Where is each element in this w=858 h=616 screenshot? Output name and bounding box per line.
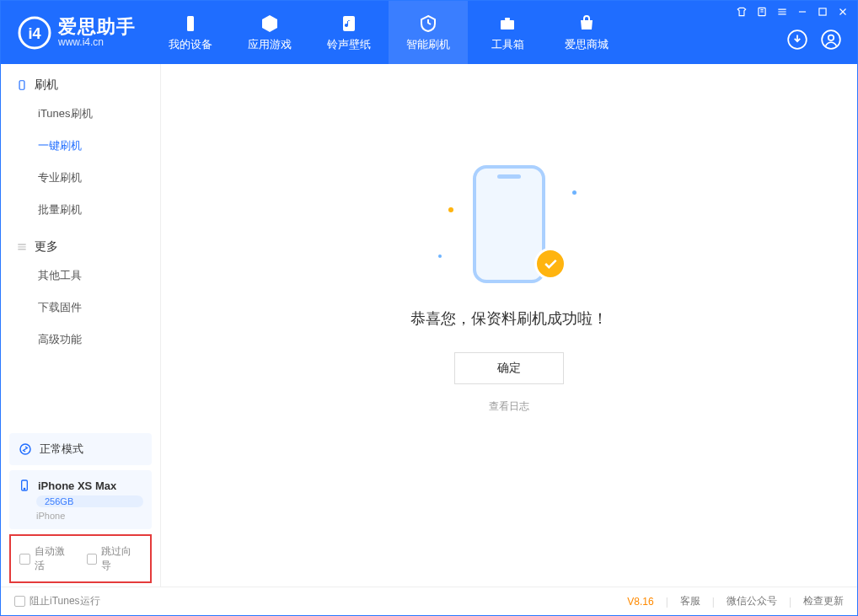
tab-my-device[interactable]: 我的设备 bbox=[151, 1, 230, 64]
success-illustration bbox=[433, 165, 585, 292]
app-url: www.i4.cn bbox=[58, 37, 136, 48]
link-support[interactable]: 客服 bbox=[680, 594, 700, 608]
logo-icon: i4 bbox=[18, 16, 51, 50]
checkbox-label: 自动激活 bbox=[35, 544, 75, 573]
tab-apps-games[interactable]: 应用游戏 bbox=[230, 1, 309, 64]
svg-rect-6 bbox=[501, 20, 514, 29]
tab-label: 我的设备 bbox=[169, 37, 212, 52]
header-right bbox=[786, 29, 842, 51]
sidebar-item-advanced[interactable]: 高级功能 bbox=[1, 324, 160, 356]
tab-ringtones[interactable]: 铃声壁纸 bbox=[309, 1, 389, 64]
block-itunes-checkbox[interactable]: 阻止iTunes运行 bbox=[14, 594, 100, 608]
svg-point-14 bbox=[24, 488, 24, 489]
sidebar-item-onekey-flash[interactable]: 一键刷机 bbox=[1, 130, 160, 162]
logo: i4 爱思助手 www.i4.cn bbox=[1, 1, 151, 64]
svg-rect-4 bbox=[187, 16, 194, 31]
shirt-icon[interactable] bbox=[736, 6, 748, 18]
download-icon[interactable] bbox=[786, 29, 808, 51]
sidebar: 刷机 iTunes刷机 一键刷机 专业刷机 批量刷机 更多 其他工具 下载固件 … bbox=[1, 64, 161, 587]
check-badge-icon bbox=[534, 248, 566, 280]
menu-icon[interactable] bbox=[776, 6, 788, 18]
sparkle-icon bbox=[572, 190, 576, 195]
checkbox-label: 跳过向导 bbox=[101, 544, 142, 573]
sidebar-item-download-firmware[interactable]: 下载固件 bbox=[1, 292, 160, 324]
link-wechat[interactable]: 微信公众号 bbox=[727, 594, 777, 608]
tab-label: 智能刷机 bbox=[406, 37, 450, 52]
mode-card[interactable]: 正常模式 bbox=[9, 433, 152, 465]
sparkle-icon bbox=[438, 254, 442, 258]
view-log-link[interactable]: 查看日志 bbox=[489, 399, 529, 414]
section-title-text: 更多 bbox=[35, 239, 58, 254]
tab-store[interactable]: 爱思商城 bbox=[547, 1, 626, 64]
tab-toolbox[interactable]: 工具箱 bbox=[468, 1, 547, 64]
svg-rect-7 bbox=[505, 18, 510, 20]
device-phone-icon bbox=[18, 479, 31, 492]
svg-point-10 bbox=[829, 35, 834, 41]
device-name: iPhone XS Max bbox=[38, 479, 116, 492]
link-update[interactable]: 检查更新 bbox=[803, 594, 844, 608]
main-content: 恭喜您，保资料刷机成功啦！ 确定 查看日志 bbox=[161, 64, 857, 587]
checkbox-row-highlighted: 自动激活 跳过向导 bbox=[9, 534, 152, 583]
nav-tabs: 我的设备 应用游戏 铃声壁纸 智能刷机 工具箱 爱思商城 bbox=[151, 1, 626, 64]
tab-label: 工具箱 bbox=[491, 37, 524, 52]
list-icon bbox=[16, 241, 28, 253]
minimize-icon[interactable] bbox=[796, 6, 808, 18]
status-left: 阻止iTunes运行 bbox=[14, 594, 100, 608]
tab-label: 爱思商城 bbox=[565, 37, 609, 52]
svg-rect-11 bbox=[19, 81, 24, 90]
auto-activate-checkbox[interactable]: 自动激活 bbox=[19, 544, 75, 573]
maximize-icon[interactable] bbox=[817, 6, 829, 18]
sidebar-item-pro-flash[interactable]: 专业刷机 bbox=[1, 162, 160, 194]
checkbox-label: 阻止iTunes运行 bbox=[29, 594, 100, 608]
svg-rect-5 bbox=[343, 16, 355, 31]
device-card[interactable]: iPhone XS Max 256GB iPhone bbox=[9, 470, 152, 529]
sidebar-item-batch-flash[interactable]: 批量刷机 bbox=[1, 194, 160, 226]
app-window: i4 爱思助手 www.i4.cn 我的设备 应用游戏 铃声壁纸 智能刷机 bbox=[0, 0, 858, 616]
tab-smart-flash[interactable]: 智能刷机 bbox=[389, 1, 468, 64]
tab-label: 铃声壁纸 bbox=[327, 37, 371, 52]
status-right: V8.16 | 客服 | 微信公众号 | 检查更新 bbox=[627, 594, 844, 608]
sidebar-item-other-tools[interactable]: 其他工具 bbox=[1, 260, 160, 292]
version-label: V8.16 bbox=[627, 596, 653, 608]
phone-icon bbox=[16, 79, 28, 91]
skip-guide-checkbox[interactable]: 跳过向导 bbox=[87, 544, 142, 573]
user-icon[interactable] bbox=[820, 29, 842, 51]
body: 刷机 iTunes刷机 一键刷机 专业刷机 批量刷机 更多 其他工具 下载固件 … bbox=[1, 64, 857, 587]
sparkle-icon bbox=[448, 207, 453, 212]
section-title-text: 刷机 bbox=[35, 78, 58, 93]
sidebar-item-itunes-flash[interactable]: iTunes刷机 bbox=[1, 98, 160, 130]
storage-badge: 256GB bbox=[36, 495, 143, 507]
app-name: 爱思助手 bbox=[58, 17, 136, 37]
header: i4 爱思助手 www.i4.cn 我的设备 应用游戏 铃声壁纸 智能刷机 bbox=[1, 1, 857, 64]
note-icon[interactable] bbox=[756, 6, 768, 18]
window-controls bbox=[736, 6, 849, 18]
svg-text:i4: i4 bbox=[28, 25, 40, 42]
ok-button[interactable]: 确定 bbox=[454, 352, 564, 384]
cycle-icon bbox=[18, 442, 33, 457]
section-flash: 刷机 bbox=[1, 64, 160, 98]
status-bar: 阻止iTunes运行 V8.16 | 客服 | 微信公众号 | 检查更新 bbox=[1, 587, 857, 615]
tab-label: 应用游戏 bbox=[248, 37, 292, 52]
mode-label: 正常模式 bbox=[40, 442, 83, 457]
close-icon[interactable] bbox=[837, 6, 849, 18]
section-more: 更多 bbox=[1, 226, 160, 260]
success-text: 恭喜您，保资料刷机成功啦！ bbox=[410, 308, 608, 329]
device-type: iPhone bbox=[36, 511, 143, 521]
svg-rect-1 bbox=[819, 8, 826, 15]
svg-point-9 bbox=[822, 30, 840, 49]
